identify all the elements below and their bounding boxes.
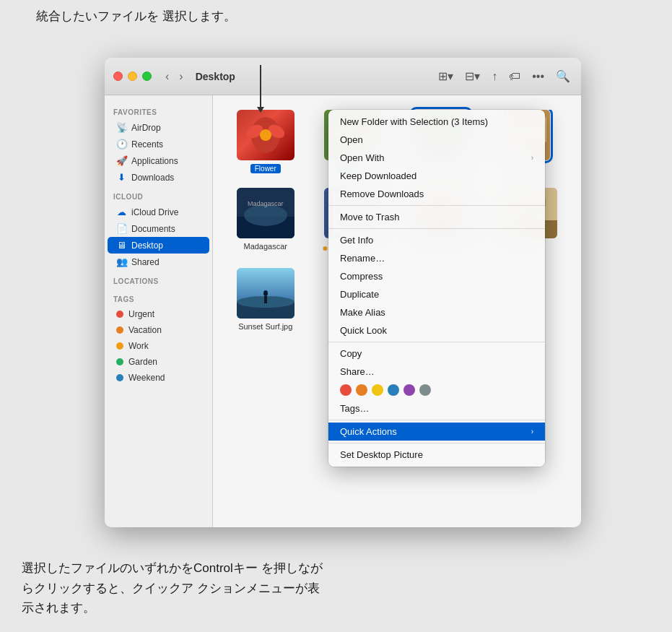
sidebar-item-documents[interactable]: 📄 Documents: [108, 220, 209, 237]
annotation-top: 統合したいファイルを 選択します。: [36, 7, 236, 26]
downloads-icon: ⬇: [116, 172, 126, 183]
file-badge-flower: Flower: [250, 164, 281, 173]
more-button[interactable]: •••: [530, 68, 546, 85]
file-name-madagascar: Madagascar: [243, 242, 287, 251]
menu-item-quick-actions[interactable]: Quick Actions › ↺ Rotate Left 📄 Create P…: [328, 423, 545, 441]
quick-actions-arrow-icon: ›: [531, 428, 533, 436]
svg-text:Madagascar: Madagascar: [248, 200, 284, 207]
sidebar-item-label: Recents: [131, 139, 163, 150]
finder-window: ‹ › Desktop ⊞▾ ⊟▾ ↑ 🏷 ••• 🔍 Favorites 📡 …: [105, 58, 581, 527]
sidebar-item-tag-work[interactable]: Work: [108, 338, 209, 354]
icon-view-button[interactable]: ⊞▾: [436, 67, 455, 85]
applications-icon: 🚀: [116, 155, 126, 166]
file-item-sunset[interactable]: Sunset Surf.jpg: [227, 268, 304, 331]
tag-dot-vacation: [116, 326, 123, 334]
tag-dot-work: [116, 342, 123, 350]
file-name-sunset: Sunset Surf.jpg: [238, 322, 292, 331]
tag-circle-red[interactable]: [340, 384, 352, 396]
tag-button[interactable]: 🏷: [507, 68, 523, 85]
menu-item-new-folder[interactable]: New Folder with Selection (3 Items): [328, 113, 545, 131]
menu-item-keep-downloaded[interactable]: Keep Downloaded: [328, 167, 545, 185]
menu-item-copy[interactable]: Copy: [328, 345, 545, 363]
share-button[interactable]: ↑: [489, 68, 499, 85]
sidebar-item-label: Downloads: [131, 173, 174, 183]
sidebar-item-shared[interactable]: 👥 Shared: [108, 254, 209, 270]
sidebar-item-downloads[interactable]: ⬇ Downloads: [108, 169, 209, 186]
shared-icon: 👥: [116, 256, 126, 267]
menu-item-share[interactable]: Share…: [328, 363, 545, 381]
menu-item-rename[interactable]: Rename…: [328, 249, 545, 267]
sidebar: Favorites 📡 AirDrop 🕐 Recents 🚀 Applicat…: [105, 95, 213, 527]
orange-dot-icon: ●: [322, 242, 328, 254]
menu-item-remove-downloads[interactable]: Remove Downloads: [328, 185, 545, 203]
back-button[interactable]: ‹: [162, 69, 173, 85]
menu-separator-5: [328, 443, 545, 443]
file-item-flower[interactable]: Flower: [227, 110, 304, 173]
sidebar-item-tag-garden[interactable]: Garden: [108, 354, 209, 370]
sidebar-item-applications[interactable]: 🚀 Applications: [108, 152, 209, 169]
file-item-madagascar[interactable]: Madagascar Madagascar: [227, 188, 304, 254]
context-menu: New Folder with Selection (3 Items) Open…: [328, 110, 545, 467]
svg-rect-36: [264, 296, 267, 303]
airdrop-icon: 📡: [116, 122, 126, 133]
svg-point-35: [263, 290, 268, 296]
sidebar-item-label: Urgent: [128, 309, 154, 319]
close-button[interactable]: [113, 72, 123, 81]
sidebar-item-recents[interactable]: 🕐 Recents: [108, 136, 209, 152]
menu-separator-4: [328, 420, 545, 420]
sidebar-item-label: Garden: [128, 357, 157, 367]
menu-item-get-info[interactable]: Get Info: [328, 231, 545, 249]
sidebar-item-airdrop[interactable]: 📡 AirDrop: [108, 119, 209, 136]
sidebar-item-label: AirDrop: [131, 123, 161, 133]
group-view-button[interactable]: ⊟▾: [463, 67, 482, 85]
sidebar-item-icloud-drive[interactable]: ☁ iCloud Drive: [108, 204, 209, 220]
forward-button[interactable]: ›: [175, 69, 186, 85]
sidebar-item-label: Shared: [131, 257, 160, 267]
documents-icon: 📄: [116, 223, 126, 234]
sidebar-item-desktop[interactable]: 🖥 Desktop: [108, 237, 209, 254]
content-area: Favorites 📡 AirDrop 🕐 Recents 🚀 Applicat…: [105, 95, 581, 527]
recents-icon: 🕐: [116, 139, 126, 150]
sidebar-item-label: Weekend: [128, 373, 165, 383]
sidebar-item-label: iCloud Drive: [131, 207, 178, 217]
sidebar-section-icloud: iCloud: [105, 186, 212, 204]
menu-separator-3: [328, 342, 545, 342]
menu-item-move-trash[interactable]: Move to Trash: [328, 208, 545, 226]
arrow-top-line: [260, 65, 261, 108]
menu-item-tags[interactable]: Tags…: [328, 399, 545, 417]
menu-item-make-alias[interactable]: Make Alias: [328, 303, 545, 321]
tag-dot-urgent: [116, 311, 123, 318]
search-button[interactable]: 🔍: [554, 67, 572, 85]
minimize-button[interactable]: [128, 72, 137, 81]
file-area: Flower: [213, 95, 581, 527]
menu-item-quick-look[interactable]: Quick Look: [328, 321, 545, 339]
menu-item-open-with[interactable]: Open With ›: [328, 149, 545, 167]
sidebar-item-label: Applications: [131, 156, 178, 166]
menu-item-open[interactable]: Open: [328, 131, 545, 149]
toolbar-right: ⊞▾ ⊟▾ ↑ 🏷 ••• 🔍: [436, 67, 572, 85]
tag-circle-orange[interactable]: [356, 384, 367, 396]
tag-circle-yellow[interactable]: [372, 384, 383, 396]
file-thumb-flower: [237, 110, 294, 160]
menu-item-set-desktop[interactable]: Set Desktop Picture: [328, 446, 545, 464]
tag-circle-blue[interactable]: [388, 384, 399, 396]
sidebar-item-tag-weekend[interactable]: Weekend: [108, 370, 209, 386]
title-bar: ‹ › Desktop ⊞▾ ⊟▾ ↑ 🏷 ••• 🔍: [105, 58, 581, 95]
desktop-icon: 🖥: [116, 240, 126, 251]
menu-item-compress[interactable]: Compress: [328, 267, 545, 285]
sidebar-item-tag-urgent[interactable]: Urgent: [108, 306, 209, 322]
sidebar-section-tags: Tags: [105, 288, 212, 306]
tag-circle-gray[interactable]: [419, 384, 431, 396]
sidebar-item-tag-vacation[interactable]: Vacation: [108, 322, 209, 338]
annotation-bottom: 選択したファイルのいずれかをControlキー を押しながらクリックすると、クイ…: [22, 558, 325, 618]
traffic-lights: [113, 72, 152, 81]
svg-point-3: [260, 129, 271, 141]
sidebar-item-label: Vacation: [128, 325, 162, 335]
fullscreen-button[interactable]: [142, 72, 152, 81]
menu-item-duplicate[interactable]: Duplicate: [328, 285, 545, 303]
window-title: Desktop: [196, 71, 235, 82]
sidebar-item-label: Desktop: [131, 241, 163, 251]
tag-circle-purple[interactable]: [403, 384, 415, 396]
tag-color-row: [328, 381, 545, 399]
file-thumb-madagascar: Madagascar: [237, 188, 294, 238]
